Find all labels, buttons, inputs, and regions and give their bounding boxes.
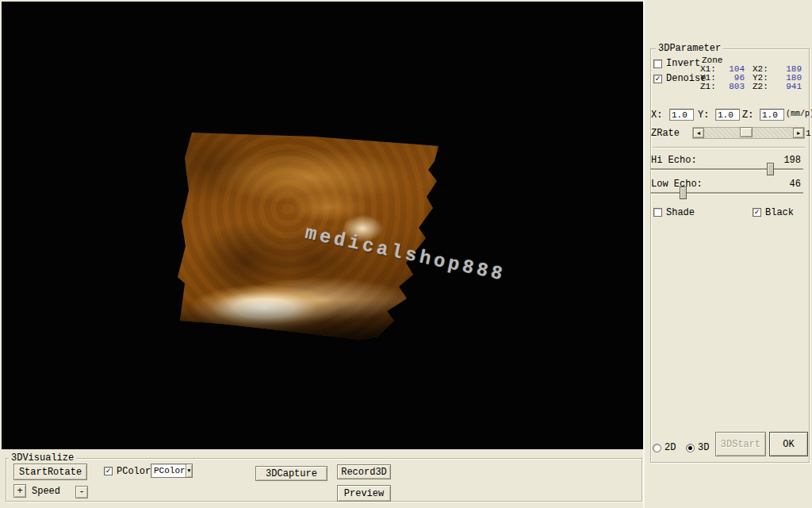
scale-z-label: Z:: [742, 110, 753, 121]
hi-echo-label: Hi Echo:: [651, 156, 697, 166]
speed-label: Speed: [32, 487, 60, 497]
zone-z1-label: Z1:: [700, 83, 721, 91]
pcolor-checkbox-label: PColor: [117, 467, 151, 477]
low-echo-thumb[interactable]: [680, 187, 687, 199]
3dstart-button[interactable]: 3DStart: [715, 432, 766, 456]
zone-table: X1: 104 X2: 189 Y1: 96 Y2: 180 Z1: 803 Z…: [700, 65, 806, 91]
scale-unit-label: (mm/p): [786, 110, 812, 119]
pcolor-dropdown-value: PColor: [151, 466, 186, 475]
zrate-right-arrow-icon[interactable]: ►: [793, 128, 804, 138]
speed-minus-button[interactable]: -: [75, 486, 88, 498]
separator-line: [653, 147, 805, 148]
zrate-left-arrow-icon[interactable]: ◄: [693, 128, 704, 138]
mode-3d-radio[interactable]: [686, 444, 695, 452]
pcolor-checkbox[interactable]: ✓: [104, 467, 113, 475]
zone-z2-label: Z2:: [753, 83, 773, 91]
preview-button[interactable]: Preview: [337, 485, 391, 502]
shade-checkbox[interactable]: [653, 208, 662, 217]
parameter-group-title: 3DParameter: [656, 43, 723, 54]
check-icon: ✓: [105, 467, 110, 475]
speed-plus-button[interactable]: +: [13, 484, 26, 498]
zrate-label: ZRate: [651, 129, 680, 139]
mode-3d-label: 3D: [698, 443, 709, 453]
invert-label: Invert: [666, 59, 700, 69]
denoise-checkbox[interactable]: ✓: [653, 75, 662, 83]
invert-checkbox[interactable]: [653, 60, 662, 68]
3dcapture-button[interactable]: 3DCapture: [255, 466, 327, 481]
scale-x-input[interactable]: [669, 109, 694, 121]
low-echo-value: 46: [790, 179, 801, 190]
ok-button[interactable]: OK: [769, 432, 808, 456]
zrate-scrollbar[interactable]: ◄ ►: [692, 127, 805, 139]
render-viewport[interactable]: medicalshop888: [2, 2, 643, 449]
app-window: medicalshop888 3DParameter Invert ✓ Deno…: [0, 0, 812, 508]
black-label: Black: [765, 208, 794, 218]
low-echo-slider[interactable]: [650, 192, 803, 194]
zrate-thumb[interactable]: [740, 127, 753, 137]
record3d-button[interactable]: Record3D: [337, 464, 391, 479]
start-rotate-button[interactable]: StartRotate: [13, 464, 87, 480]
shade-label: Shade: [666, 208, 695, 218]
mode-2d-radio[interactable]: [653, 444, 661, 452]
zrate-track[interactable]: [704, 128, 793, 138]
pcolor-dropdown[interactable]: PColor ▼: [151, 464, 193, 478]
scale-y-label: Y:: [698, 110, 709, 121]
black-checkbox[interactable]: ✓: [753, 208, 761, 217]
mode-2d-label: 2D: [665, 443, 676, 453]
parameter-panel: 3DParameter Invert ✓ Denoise Zone X1: 10…: [643, 0, 812, 508]
zrate-value: 1: [806, 129, 811, 138]
scale-y-input[interactable]: [715, 109, 740, 121]
hi-echo-slider[interactable]: [650, 168, 803, 171]
zone-z2-value: 941: [773, 83, 805, 91]
hi-echo-value: 198: [783, 156, 801, 166]
scale-x-label: X:: [651, 110, 662, 121]
visualize-group-title: 3DVisualize: [9, 452, 76, 464]
hi-echo-thumb[interactable]: [767, 163, 774, 175]
low-echo-label: Low Echo:: [651, 179, 703, 190]
scale-z-input[interactable]: [760, 109, 784, 121]
chevron-down-icon[interactable]: ▼: [186, 464, 192, 477]
check-icon: ✓: [655, 75, 660, 83]
zone-z1-value: 803: [721, 83, 753, 91]
check-icon: ✓: [754, 208, 759, 217]
